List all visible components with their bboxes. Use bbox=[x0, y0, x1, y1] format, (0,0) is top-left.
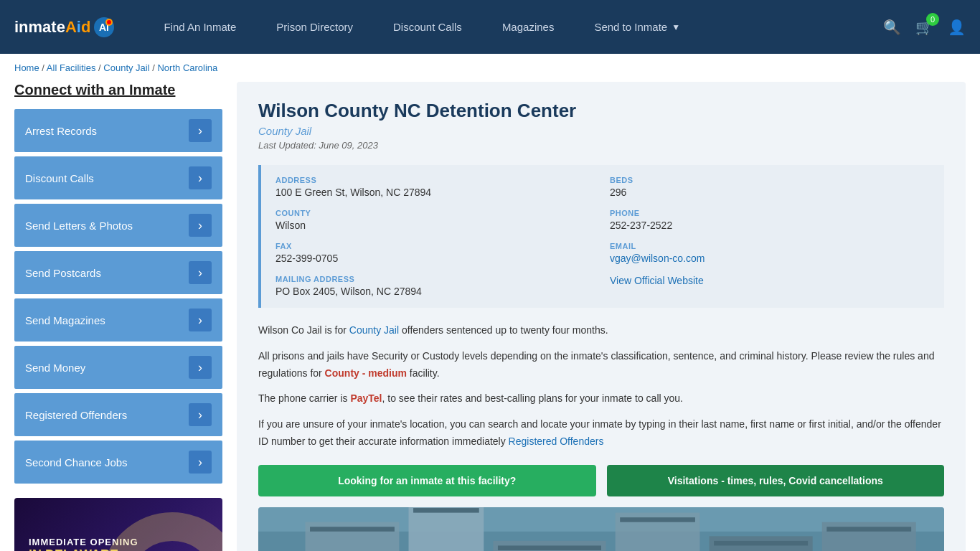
sidebar-label-send-money: Send Money bbox=[25, 362, 85, 374]
find-inmate-button[interactable]: Looking for an inmate at this facility? bbox=[258, 465, 596, 496]
beds-value: 296 bbox=[610, 187, 930, 198]
sidebar-item-send-letters[interactable]: Send Letters & Photos › bbox=[14, 204, 222, 247]
fax-value: 252-399-0705 bbox=[275, 253, 595, 264]
paytel-link[interactable]: PayTel bbox=[350, 392, 382, 404]
nav-magazines[interactable]: Magazines bbox=[482, 21, 575, 33]
desc4: If you are unsure of your inmate's locat… bbox=[258, 416, 944, 451]
sidebar-label-second-chance-jobs: Second Chance Jobs bbox=[25, 456, 128, 468]
main-content: Connect with an Inmate Arrest Records › … bbox=[0, 82, 980, 551]
county-medium-link[interactable]: County - medium bbox=[325, 367, 407, 379]
svg-rect-15 bbox=[620, 517, 695, 522]
address-value: 100 E Green St, Wilson, NC 27894 bbox=[275, 187, 595, 198]
sidebar-label-send-letters: Send Letters & Photos bbox=[25, 220, 133, 232]
detail-panel: Wilson County NC Detention Center County… bbox=[237, 82, 966, 551]
cart-icon[interactable]: 🛒 0 bbox=[915, 19, 933, 36]
arrow-icon: › bbox=[189, 119, 212, 142]
svg-rect-11 bbox=[822, 522, 916, 551]
county-jail-link[interactable]: County Jail bbox=[349, 324, 399, 336]
visitation-button[interactable]: Visitations - times, rules, Covid cancel… bbox=[607, 465, 945, 496]
website-link[interactable]: View Official Website bbox=[610, 275, 704, 286]
breadcrumb-home[interactable]: Home bbox=[14, 62, 39, 73]
arrow-icon: › bbox=[189, 214, 212, 237]
sidebar-item-second-chance-jobs[interactable]: Second Chance Jobs › bbox=[14, 441, 222, 484]
registered-offenders-link[interactable]: Registered Offenders bbox=[509, 435, 604, 447]
sidebar: Connect with an Inmate Arrest Records › … bbox=[14, 82, 222, 551]
arrow-icon: › bbox=[189, 261, 212, 284]
email-link[interactable]: vgay@wilson-co.com bbox=[610, 253, 705, 264]
arrow-icon: › bbox=[189, 309, 212, 331]
sidebar-label-send-magazines: Send Magazines bbox=[25, 314, 105, 326]
sidebar-item-send-magazines[interactable]: Send Magazines › bbox=[14, 298, 222, 342]
info-grid: ADDRESS 100 E Green St, Wilson, NC 27894… bbox=[258, 165, 944, 308]
desc1: Wilson Co Jail is for County Jail offend… bbox=[258, 322, 944, 339]
info-email: EMAIL vgay@wilson-co.com bbox=[610, 242, 930, 264]
svg-rect-13 bbox=[413, 508, 479, 513]
nav-icons: 🔍 🛒 0 👤 bbox=[883, 19, 966, 36]
sidebar-label-registered-offenders: Registered Offenders bbox=[25, 409, 127, 421]
breadcrumb-state[interactable]: North Carolina bbox=[157, 62, 217, 73]
arrow-icon: › bbox=[189, 403, 212, 426]
ad-line2: IN DELAWARE bbox=[29, 547, 118, 552]
nav-discount-calls[interactable]: Discount Calls bbox=[373, 21, 482, 33]
arrow-icon: › bbox=[189, 451, 212, 474]
sidebar-label-discount-calls: Discount Calls bbox=[25, 172, 94, 184]
sidebar-item-registered-offenders[interactable]: Registered Offenders › bbox=[14, 393, 222, 436]
site-header: inmateAid Ai Find An Inmate Prison Direc… bbox=[0, 0, 980, 54]
facility-illustration bbox=[258, 507, 944, 551]
facility-image-inner bbox=[258, 507, 944, 551]
sidebar-item-discount-calls[interactable]: Discount Calls › bbox=[14, 156, 222, 199]
logo-text: inmateAid bbox=[14, 18, 90, 37]
info-address: ADDRESS 100 E Green St, Wilson, NC 27894 bbox=[275, 176, 595, 198]
svg-rect-7 bbox=[409, 507, 484, 551]
county-value: Wilson bbox=[275, 220, 595, 231]
desc2: All prisons and jails have Security or C… bbox=[258, 348, 944, 382]
info-website: View Official Website bbox=[610, 275, 930, 297]
last-updated: Last Updated: June 09, 2023 bbox=[258, 140, 944, 151]
facility-image bbox=[258, 507, 944, 551]
ad-arc-decoration bbox=[100, 512, 222, 551]
sidebar-item-arrest-records[interactable]: Arrest Records › bbox=[14, 109, 222, 152]
logo[interactable]: inmateAid Ai bbox=[14, 17, 115, 38]
svg-rect-12 bbox=[310, 527, 395, 532]
sidebar-item-send-money[interactable]: Send Money › bbox=[14, 346, 222, 389]
arrow-icon: › bbox=[189, 166, 212, 189]
sidebar-label-send-postcards: Send Postcards bbox=[25, 267, 101, 279]
info-mailing: MAILING ADDRESS PO Box 2405, Wilson, NC … bbox=[275, 275, 595, 297]
sidebar-item-send-postcards[interactable]: Send Postcards › bbox=[14, 251, 222, 294]
email-value: vgay@wilson-co.com bbox=[610, 253, 930, 264]
ad-banner[interactable]: IMMEDIATE OPENING IN DELAWARE Mountaire … bbox=[14, 498, 222, 551]
desc3: The phone carrier is PayTel, to see thei… bbox=[258, 390, 944, 408]
info-county: COUNTY Wilson bbox=[275, 209, 595, 231]
svg-rect-14 bbox=[498, 545, 601, 550]
mailing-value: PO Box 2405, Wilson, NC 27894 bbox=[275, 286, 595, 297]
nav-prison-directory[interactable]: Prison Directory bbox=[256, 21, 373, 33]
main-nav: Find An Inmate Prison Directory Discount… bbox=[143, 21, 883, 33]
breadcrumb-county-jail[interactable]: County Jail bbox=[103, 62, 149, 73]
nav-send-to-inmate[interactable]: Send to Inmate ▼ bbox=[574, 21, 700, 33]
chevron-down-icon: ▼ bbox=[672, 22, 680, 32]
nav-find-inmate[interactable]: Find An Inmate bbox=[143, 21, 256, 33]
svg-rect-6 bbox=[305, 522, 399, 551]
facility-type: County Jail bbox=[258, 125, 944, 137]
svg-rect-17 bbox=[826, 527, 911, 532]
info-beds: BEDS 296 bbox=[610, 176, 930, 198]
sidebar-label-arrest-records: Arrest Records bbox=[25, 125, 97, 137]
info-phone: PHONE 252-237-2522 bbox=[610, 209, 930, 231]
svg-point-3 bbox=[107, 20, 111, 24]
phone-value: 252-237-2522 bbox=[610, 220, 930, 231]
description-section: Wilson Co Jail is for County Jail offend… bbox=[258, 322, 944, 451]
breadcrumb: Home / All Facilities / County Jail / No… bbox=[0, 54, 980, 82]
breadcrumb-all-facilities[interactable]: All Facilities bbox=[47, 62, 96, 73]
user-icon[interactable]: 👤 bbox=[948, 19, 966, 36]
cart-badge: 0 bbox=[926, 13, 939, 26]
facility-title: Wilson County NC Detention Center bbox=[258, 100, 944, 122]
arrow-icon: › bbox=[189, 356, 212, 379]
logo-icon: Ai bbox=[93, 17, 115, 38]
cta-buttons: Looking for an inmate at this facility? … bbox=[258, 465, 944, 496]
search-icon[interactable]: 🔍 bbox=[883, 19, 901, 36]
sidebar-title: Connect with an Inmate bbox=[14, 82, 222, 98]
info-fax: FAX 252-399-0705 bbox=[275, 242, 595, 264]
svg-rect-16 bbox=[714, 541, 808, 546]
